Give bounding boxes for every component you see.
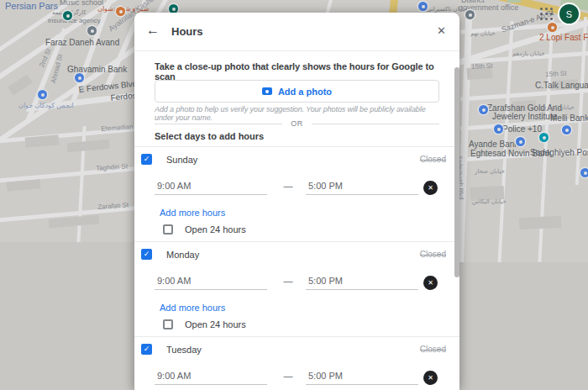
time-range-row: 9:00 AM — 5:00 PM ✕: [134, 371, 459, 387]
open-24-hours-checkbox[interactable]: [163, 224, 173, 235]
time-range-dash: —: [281, 181, 296, 191]
hours-dialog: ← Hours ✕ Take a close-up photo that cle…: [134, 13, 459, 390]
time-range-row: 9:00 AM — 5:00 PM ✕: [134, 181, 459, 198]
day-header-row: ✓ Sunday Closed: [134, 154, 459, 167]
dialog-body: Take a close-up photo that clearly shows…: [134, 51, 459, 390]
open-24-hours-checkbox[interactable]: [163, 319, 173, 329]
or-label: OR: [291, 119, 303, 128]
open-24-hours-label: Open 24 hours: [185, 224, 246, 235]
time-range-dash: —: [281, 371, 296, 381]
google-apps-grid-icon[interactable]: [540, 8, 554, 21]
back-icon[interactable]: ←: [146, 23, 160, 38]
open-24-hours-row: Open 24 hours: [134, 319, 459, 333]
start-time-input[interactable]: 9:00 AM: [155, 371, 267, 385]
remove-hours-button[interactable]: ✕: [423, 181, 438, 195]
end-time-input[interactable]: 5:00 PM: [306, 371, 418, 385]
days-section-heading: Select days to add hours: [155, 131, 264, 141]
camera-icon: [262, 87, 272, 95]
day-checkbox[interactable]: ✓: [141, 154, 152, 165]
end-time-input[interactable]: 5:00 PM: [306, 181, 418, 195]
time-range-row: 9:00 AM — 5:00 PM ✕: [134, 276, 459, 292]
open-24-hours-label: Open 24 hours: [185, 319, 246, 329]
day-section: ✓ Monday Closed 9:00 AM — 5:00 PM ✕ Add …: [134, 241, 459, 336]
account-avatar[interactable]: S: [558, 3, 580, 25]
day-header-row: ✓ Monday Closed: [134, 249, 459, 262]
end-time-input[interactable]: 5:00 PM: [306, 276, 418, 290]
add-photo-label: Add a photo: [278, 87, 332, 97]
start-time-input[interactable]: 9:00 AM: [155, 276, 267, 290]
days-list: ✓ Sunday Closed 9:00 AM — 5:00 PM ✕ Add …: [134, 146, 459, 390]
dialog-header: ← Hours ✕: [134, 13, 459, 51]
or-divider: OR: [155, 119, 439, 128]
checkmark-icon: ✓: [144, 250, 150, 258]
photo-section-heading: Take a close-up photo that clearly shows…: [155, 61, 439, 82]
day-label: Tuesday: [166, 345, 202, 355]
day-section: ✓ Tuesday Closed 9:00 AM — 5:00 PM ✕ Add…: [134, 336, 459, 390]
add-more-hours-link[interactable]: Add more hours: [160, 303, 225, 313]
closed-label: Closed: [420, 250, 446, 259]
time-range-dash: —: [281, 276, 296, 286]
add-photo-button[interactable]: Add a photo: [155, 80, 439, 103]
add-more-hours-link[interactable]: Add more hours: [160, 208, 225, 218]
day-header-row: ✓ Tuesday Closed: [134, 344, 459, 357]
scrollbar-thumb[interactable]: [454, 67, 459, 277]
day-checkbox[interactable]: ✓: [141, 249, 152, 260]
day-label: Monday: [166, 250, 199, 260]
closed-label: Closed: [420, 345, 446, 354]
day-checkbox[interactable]: ✓: [141, 344, 152, 355]
checkmark-icon: ✓: [144, 155, 150, 163]
dialog-title: Hours: [171, 13, 203, 50]
remove-hours-button[interactable]: ✕: [423, 276, 438, 290]
closed-label: Closed: [420, 155, 446, 164]
remove-hours-button[interactable]: ✕: [423, 371, 438, 385]
checkmark-icon: ✓: [144, 345, 150, 353]
close-icon[interactable]: ✕: [437, 24, 446, 37]
day-section: ✓ Sunday Closed 9:00 AM — 5:00 PM ✕ Add …: [134, 146, 459, 241]
open-24-hours-row: Open 24 hours: [134, 224, 459, 238]
start-time-input[interactable]: 9:00 AM: [155, 181, 267, 195]
day-label: Sunday: [166, 155, 197, 165]
